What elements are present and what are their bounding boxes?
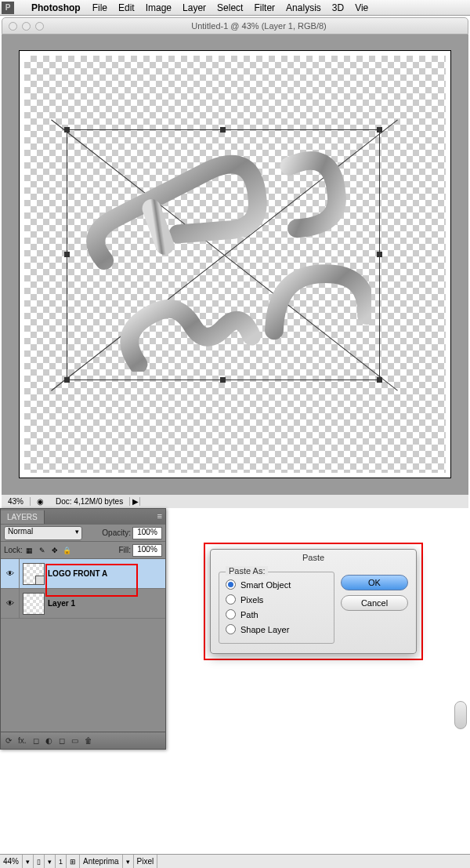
layer-thumbnail[interactable] <box>23 563 45 585</box>
visibility-icon[interactable]: 👁 <box>1 559 20 588</box>
free-transform-box[interactable] <box>67 129 380 380</box>
preview-select[interactable]: Anteprima <box>80 855 123 868</box>
menu-file[interactable]: File <box>87 2 113 13</box>
radio-label: Pixels <box>240 595 263 605</box>
menu-edit[interactable]: Edit <box>113 2 140 13</box>
menubar: P Photoshop File Edit Image Layer Select… <box>0 0 470 16</box>
menu-3d[interactable]: 3D <box>327 2 349 13</box>
zoom-icon[interactable] <box>35 22 44 31</box>
doc-info[interactable]: Doc: 4,12M/0 bytes <box>49 497 129 506</box>
transform-handle[interactable] <box>64 252 70 257</box>
nav-step-right[interactable]: ▾ <box>45 855 56 868</box>
radio-icon[interactable] <box>226 609 236 619</box>
blend-mode-select[interactable]: Normal <box>4 526 82 540</box>
adjustment-layer-icon[interactable]: ◐ <box>45 736 52 745</box>
link-layers-icon[interactable]: ⟳ <box>5 736 12 745</box>
paste-as-fieldset: Paste As: Smart Object Pixels Path Shape… <box>219 572 334 644</box>
cancel-button[interactable]: Cancel <box>341 595 408 611</box>
lock-row: Lock: ▦ ✎ ✥ 🔒 Fill: 100% <box>1 542 165 559</box>
layer-mask-icon[interactable]: ◻ <box>33 736 39 745</box>
delete-layer-icon[interactable]: 🗑 <box>85 736 92 745</box>
transform-handle[interactable] <box>64 377 70 383</box>
fieldset-legend: Paste As: <box>226 566 268 576</box>
minimize-icon[interactable] <box>22 22 31 31</box>
close-icon[interactable] <box>9 22 17 31</box>
paste-dialog: Paste Paste As: Smart Object Pixels Path <box>210 549 417 654</box>
transform-handle[interactable] <box>377 127 382 133</box>
zoom-field[interactable]: 44% <box>0 855 23 868</box>
flyout-arrow-icon[interactable]: ▶ <box>129 497 140 506</box>
radio-label: Smart Object <box>240 580 291 590</box>
lock-pixels-icon[interactable]: ✎ <box>37 545 48 556</box>
transform-handle[interactable] <box>220 127 226 133</box>
pasted-artwork <box>75 138 371 372</box>
menu-layer[interactable]: Layer <box>177 2 212 13</box>
svg-line-0 <box>151 208 164 246</box>
layer-name[interactable]: Layer 1 <box>48 599 165 608</box>
layer-item[interactable]: 👁 LOGO FRONT A <box>1 559 165 589</box>
layer-thumbnail[interactable] <box>23 593 45 615</box>
dialog-buttons: OK Cancel <box>341 572 408 644</box>
transform-handle[interactable] <box>377 377 382 383</box>
layer-list: 👁 LOGO FRONT A 👁 Layer 1 <box>1 559 165 732</box>
ok-button[interactable]: OK <box>341 575 408 590</box>
radio-label: Shape Layer <box>240 625 289 634</box>
transform-handle[interactable] <box>220 377 226 383</box>
radio-path[interactable]: Path <box>226 607 327 622</box>
panel-tabbar: LAYERS ≡ <box>1 509 165 525</box>
blend-row: Normal Opacity: 100% <box>1 525 165 542</box>
document-statusbar: 43% ◉ Doc: 4,12M/0 bytes ▶ <box>2 494 468 508</box>
fill-label: Fill: <box>118 546 131 554</box>
page-num[interactable]: 1 <box>56 855 67 868</box>
group-icon[interactable]: ◻ <box>59 736 65 745</box>
new-layer-icon[interactable]: ▭ <box>71 736 78 745</box>
radio-pixels[interactable]: Pixels <box>226 592 327 607</box>
fill-field[interactable]: 100% <box>132 544 162 557</box>
tab-layers[interactable]: LAYERS <box>1 510 45 524</box>
navigator-status: 44% ▾ ▯ ▾ 1 ⊞ Anteprima ▾ Pixel <box>0 854 470 868</box>
menu-analysis[interactable]: Analysis <box>280 2 327 13</box>
menu-image[interactable]: Image <box>140 2 177 13</box>
page-icon[interactable]: ▯ <box>34 855 45 868</box>
opacity-label: Opacity: <box>102 528 131 537</box>
panel-menu-icon[interactable]: ≡ <box>157 511 162 521</box>
menu-select[interactable]: Select <box>212 2 248 13</box>
lock-transparency-icon[interactable]: ▦ <box>24 545 35 556</box>
paste-dialog-wrap: Paste Paste As: Smart Object Pixels Path <box>204 543 423 660</box>
radio-icon[interactable] <box>226 624 236 634</box>
radio-shape-layer[interactable]: Shape Layer <box>226 622 327 637</box>
lock-icons: ▦ ✎ ✥ 🔒 <box>24 545 73 556</box>
radio-icon[interactable] <box>226 594 236 605</box>
traffic-lights <box>2 22 50 31</box>
dialog-title: Paste <box>211 550 416 565</box>
menu-view[interactable]: Vie <box>349 2 374 13</box>
navigator-icon[interactable]: ◉ <box>34 496 46 508</box>
menu-filter[interactable]: Filter <box>248 2 280 13</box>
nav-step-left[interactable]: ▾ <box>23 855 34 868</box>
unit-label[interactable]: Pixel <box>134 855 158 868</box>
scrollbar-thumb[interactable] <box>454 701 467 729</box>
lock-all-icon[interactable]: 🔒 <box>62 545 73 556</box>
layers-panel: LAYERS ≡ Normal Opacity: 100% Lock: ▦ ✎ … <box>0 508 166 750</box>
layer-name[interactable]: LOGO FRONT A <box>48 569 165 578</box>
zoom-level[interactable]: 43% <box>2 497 31 506</box>
app-name[interactable]: Photoshop <box>25 2 87 13</box>
radio-icon[interactable] <box>226 579 236 590</box>
opacity-field[interactable]: 100% <box>132 527 162 539</box>
lock-position-icon[interactable]: ✥ <box>49 545 60 556</box>
document-window: Untitled-1 @ 43% (Layer 1, RGB/8) <box>2 17 468 508</box>
radio-smart-object[interactable]: Smart Object <box>226 577 327 592</box>
canvas[interactable] <box>19 50 451 478</box>
document-title: Untitled-1 @ 43% (Layer 1, RGB/8) <box>50 21 468 31</box>
transform-handle[interactable] <box>377 252 382 257</box>
layer-style-icon[interactable]: fx. <box>18 736 27 745</box>
photoshop-icon: P <box>2 2 14 14</box>
transform-handle[interactable] <box>64 127 70 133</box>
visibility-icon[interactable]: 👁 <box>1 589 20 618</box>
layer-item[interactable]: 👁 Layer 1 <box>1 589 165 619</box>
canvas-area[interactable] <box>2 35 468 494</box>
annotation-highlight: Paste Paste As: Smart Object Pixels Path <box>204 543 423 660</box>
artboard-icon[interactable]: ⊞ <box>67 855 80 868</box>
document-titlebar[interactable]: Untitled-1 @ 43% (Layer 1, RGB/8) <box>2 17 468 35</box>
dropdown-arrow-icon[interactable]: ▾ <box>123 855 134 868</box>
